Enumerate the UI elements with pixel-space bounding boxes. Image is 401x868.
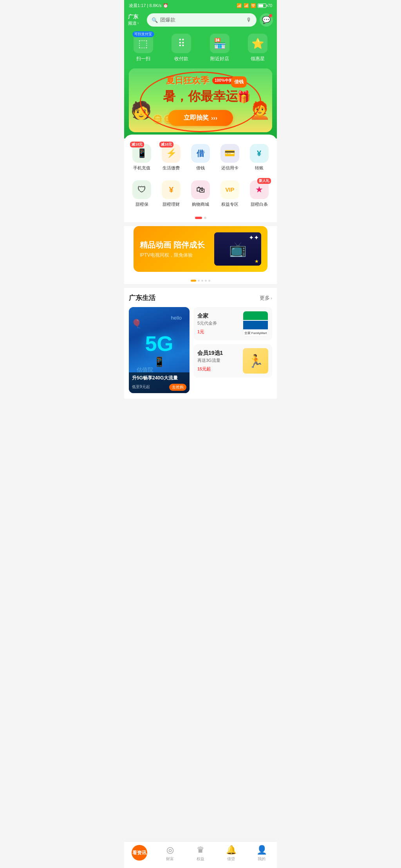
shop-icon: 🛍 <box>196 185 205 195</box>
familymart-text: 全家 5元代金券 1元 <box>197 313 240 335</box>
member-name: 会员19选1 <box>197 350 240 357</box>
sparkle-icon: ✦✦ <box>249 234 259 241</box>
banner-card[interactable]: 🧑 🧑‍🦰 🪙🪙🪙 夏日狂欢季 100%中奖 暑，你最幸运 立即抽奖 ››› 借… <box>129 68 272 132</box>
section-header: 广东生活 更多 › <box>129 293 272 302</box>
5g-card-title: 升5G畅享240G大流量 <box>132 375 186 381</box>
quick-item-payment[interactable]: ⠿ 收付款 <box>163 34 201 62</box>
life-5g-card[interactable]: hello 5G 📱 🎈 估值院 升5G畅享240G大流量 低至9元起 去抢购 <box>129 307 190 393</box>
finance-label: 甜橙理财 <box>163 201 180 207</box>
quick-item-nearby[interactable]: 🏪 附近好店 <box>200 34 239 62</box>
wifi-icon: 📶 <box>244 3 249 8</box>
battery-percent: 70 <box>268 4 272 8</box>
iptv-text: 精品动画 陪伴成长 IPTV电视同权，限免体验 <box>140 240 214 259</box>
battery-indicator <box>258 4 266 8</box>
iptv-subtitle: IPTV电视同权，限免体验 <box>140 252 214 259</box>
life-icon-wrap: 减10元 ⚡ <box>162 144 181 163</box>
life-discount-badge: 减10元 <box>159 142 173 147</box>
service-life[interactable]: 减10元 ⚡ 生活缴费 <box>157 144 186 171</box>
quick-item-scan[interactable]: 可扫支付宝 ⬚ 扫一扫 <box>124 34 163 62</box>
quick-item-stars[interactable]: ⭐ 领惠星 <box>239 34 277 62</box>
status-info: 凌晨1:17 | 8.8K/s ⏰ <box>129 3 168 9</box>
tv-icon: 📺 <box>229 241 247 257</box>
stars-icon: ⭐ <box>251 38 264 50</box>
iptv-title: 精品动画 陪伴成长 <box>140 240 214 250</box>
insurance-label: 甜橙保 <box>135 201 148 207</box>
search-bar[interactable]: 🔍 团爆款 🎙 <box>147 13 256 27</box>
loan-badge: 借钱 <box>231 76 247 88</box>
nearby-icon-wrap: 🏪 <box>210 34 229 53</box>
vip-label: 权益专区 <box>221 201 238 207</box>
service-grid-row1: 减10元 📱 手机充值 减10元 ⚡ 生活缴费 借 借钱 💳 还信用卡 <box>124 141 277 177</box>
member-card[interactable]: 会员19选1 再送3G流量 15元起 🏃 <box>193 344 272 377</box>
familymart-desc: 5元代金券 <box>197 320 240 326</box>
service-card[interactable]: 💳 还信用卡 <box>215 144 244 171</box>
finance-icon: ¥ <box>169 185 173 194</box>
dot-1 <box>195 217 202 219</box>
scan-label: 扫一扫 <box>136 56 150 62</box>
signal-icon: 📶 <box>237 3 242 8</box>
phone-icon: 📱 <box>137 148 147 158</box>
network-speed: 8.8K/s <box>149 3 161 8</box>
life-icon: ⚡ <box>166 148 177 158</box>
message-button[interactable]: 💬 <box>260 13 273 27</box>
iptv-section: 精品动画 陪伴成长 IPTV电视同权，限免体验 ✦✦ 📺 ★ <box>124 226 277 277</box>
more-chevron-icon: › <box>271 296 272 300</box>
whitebar-new-badge: 新人礼 <box>257 178 271 184</box>
service-transfer[interactable]: ¥ 转账 <box>244 144 274 171</box>
life-grid: hello 5G 📱 🎈 估值院 升5G畅享240G大流量 低至9元起 去抢购 <box>129 307 272 393</box>
quick-actions-bar: 可扫支付宝 ⬚ 扫一扫 ⠿ 收付款 🏪 附近好店 ⭐ 领惠星 <box>124 29 277 68</box>
hello-text: hello <box>171 315 182 321</box>
whitebar-label: 甜橙白条 <box>251 201 268 207</box>
5g-bottom-bar: 升5G畅享240G大流量 低至9元起 去抢购 <box>129 372 190 393</box>
balloon-icon: 🎈 <box>131 319 142 329</box>
iptv-dot-2 <box>198 280 200 282</box>
service-phone[interactable]: 减10元 📱 手机充值 <box>127 144 157 171</box>
status-indicators: 📶 📶 🛜 70 <box>237 3 272 8</box>
iptv-banner[interactable]: 精品动画 陪伴成长 IPTV电视同权，限免体验 ✦✦ 📺 ★ <box>134 226 267 272</box>
5g-grab-btn[interactable]: 去抢购 <box>169 384 186 391</box>
app-header: 广东 频道 › 🔍 团爆款 🎙 💬 <box>124 11 277 29</box>
card-label: 还信用卡 <box>221 165 238 171</box>
search-placeholder: 团爆款 <box>160 16 244 23</box>
carousel-indicators <box>124 214 277 222</box>
dot-2 <box>204 217 206 219</box>
service-vip[interactable]: VIP 权益专区 <box>215 180 244 207</box>
channel-sub: 频道 › <box>128 20 144 26</box>
nearby-icon: 🏪 <box>213 38 226 50</box>
loan-label: 借钱 <box>196 165 205 171</box>
familymart-price: 1元 <box>197 328 240 335</box>
message-badge <box>269 14 272 17</box>
life-label: 生活缴费 <box>163 165 180 171</box>
voice-icon[interactable]: 🎙 <box>246 17 252 23</box>
vip-icon: VIP <box>225 187 234 193</box>
phone-icon-wrap: 减10元 📱 <box>132 144 151 163</box>
scan-icon-wrap: 可扫支付宝 ⬚ <box>134 34 153 53</box>
channel-selector[interactable]: 广东 频道 › <box>128 14 144 26</box>
shop-label: 购物商城 <box>192 201 209 207</box>
loan-icon: 借 <box>197 148 204 159</box>
familymart-card[interactable]: 全家 5元代金券 1元 全家 FamilyMart <box>193 307 272 340</box>
service-loan[interactable]: 借 借钱 <box>186 144 215 171</box>
familymart-image: 全家 FamilyMart <box>243 311 268 336</box>
fm-label-text: 全家 FamilyMart <box>244 330 268 336</box>
more-text: 更多 <box>260 295 270 302</box>
iptv-dot-3 <box>201 280 203 282</box>
section-more-btn[interactable]: 更多 › <box>260 295 272 302</box>
life-section: 广东生活 更多 › hello 5G 📱 🎈 估值院 升5G畅享240G大流量 … <box>124 288 277 399</box>
time-display: 凌晨1:17 <box>129 3 146 8</box>
finance-icon-wrap: ¥ <box>162 180 181 199</box>
channel-name: 广东 <box>128 14 144 20</box>
phone-discount-badge: 减10元 <box>130 142 144 147</box>
insurance-icon-wrap: 🛡 <box>132 180 151 199</box>
insurance-icon: 🛡 <box>137 185 146 195</box>
transfer-icon: ¥ <box>257 149 261 158</box>
stars-icon-wrap: ⭐ <box>248 34 267 53</box>
loan-icon-wrap: 借 <box>191 144 210 163</box>
member-text: 会员19选1 再送3G流量 15元起 <box>197 350 240 372</box>
service-shop[interactable]: 🛍 购物商城 <box>186 180 215 207</box>
stars-label: 领惠星 <box>251 56 265 62</box>
service-whitebar[interactable]: 新人礼 ★ 甜橙白条 <box>244 180 274 207</box>
nearby-label: 附近好店 <box>210 56 229 62</box>
service-insurance[interactable]: 🛡 甜橙保 <box>127 180 157 207</box>
service-finance[interactable]: ¥ 甜橙理财 <box>157 180 186 207</box>
